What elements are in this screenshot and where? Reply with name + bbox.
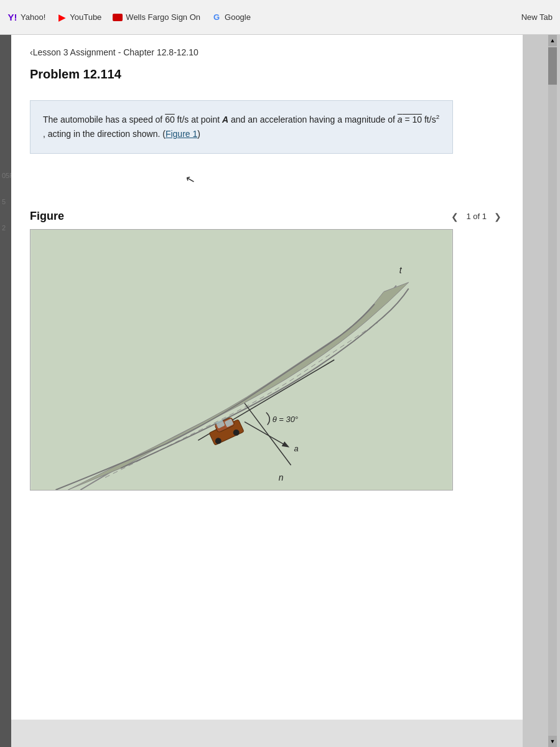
figure-header-row: Figure ❮ 1 of 1 ❯ (30, 210, 504, 223)
breadcrumb[interactable]: ‹Lesson 3 Assignment - Chapter 12.8-12.1… (30, 47, 504, 57)
figure-link[interactable]: Figure 1 (166, 129, 197, 139)
breadcrumb-text: ‹Lesson 3 Assignment - Chapter 12.8-12.1… (30, 47, 198, 57)
tab-wellsfargo-label: Wells Fargo Sign On (126, 12, 200, 22)
scrollbar-up-btn[interactable]: ▲ (548, 35, 557, 46)
angle-label: θ = 30° (273, 415, 298, 424)
left-sidebar: 05F 5 2 (0, 35, 11, 747)
figure-prev-btn[interactable]: ❮ (449, 210, 461, 223)
figure-image-area: t θ = 30° a A (30, 229, 453, 491)
figure-label: Figure (30, 210, 64, 223)
youtube-icon: ▶ (57, 12, 67, 22)
problem-title: Problem 12.114 (30, 67, 504, 82)
tab-newtab-label: New Tab (521, 12, 553, 22)
figure-svg: t θ = 30° a A (30, 230, 452, 490)
right-sidebar: ▲ ▼ (523, 35, 560, 747)
tab-wellsfargo[interactable]: Wells Fargo Sign On (113, 12, 200, 22)
tab-yahoo[interactable]: Y! Yahoo! (7, 12, 45, 22)
figure-next-btn[interactable]: ❯ (492, 210, 504, 223)
cursor-icon: ↖ (184, 172, 196, 187)
wellsfargo-icon (113, 14, 123, 21)
page-area: ‹Lesson 3 Assignment - Chapter 12.8-12.1… (11, 35, 523, 747)
figure-nav: ❮ 1 of 1 ❯ (449, 210, 504, 223)
cursor-area: ↖ (30, 172, 504, 197)
tab-youtube[interactable]: ▶ YouTube (57, 12, 101, 22)
google-icon: G (212, 12, 222, 22)
white-page: ‹Lesson 3 Assignment - Chapter 12.8-12.1… (11, 35, 523, 720)
accel-label: a (294, 444, 299, 454)
figure-section: Figure ❮ 1 of 1 ❯ (30, 210, 504, 491)
scrollbar-thumb[interactable] (548, 47, 557, 85)
tab-yahoo-label: Yahoo! (21, 12, 45, 22)
tab-google[interactable]: G Google (212, 12, 251, 22)
scrollbar-down-btn[interactable]: ▼ (548, 736, 557, 747)
browser-toolbar: Y! Yahoo! ▶ YouTube Wells Fargo Sign On … (0, 0, 560, 35)
tab-youtube-label: YouTube (70, 12, 101, 22)
main-content: 05F 5 2 ‹Lesson 3 Assignment - Chapter 1… (0, 35, 560, 747)
svg-rect-0 (31, 230, 452, 490)
tab-google-label: Google (225, 12, 251, 22)
scrollbar-track: ▲ ▼ (548, 35, 557, 747)
point-n-label: n (279, 472, 284, 482)
statement-text-1: The automobile has a speed of 60 ft/s at… (43, 115, 439, 139)
problem-statement: The automobile has a speed of 60 ft/s at… (30, 100, 453, 154)
figure-nav-text: 1 of 1 (466, 212, 487, 221)
tab-newtab[interactable]: New Tab (521, 12, 553, 22)
yahoo-icon: Y! (7, 12, 17, 22)
